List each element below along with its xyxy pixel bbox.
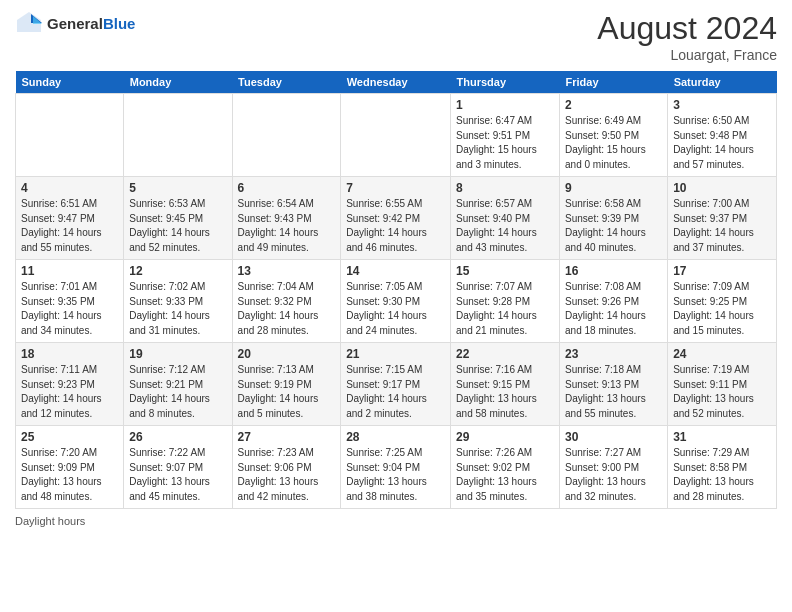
- calendar-header-row: SundayMondayTuesdayWednesdayThursdayFrid…: [16, 71, 777, 94]
- calendar-cell: 2Sunrise: 6:49 AM Sunset: 9:50 PM Daylig…: [560, 94, 668, 177]
- day-info: Sunrise: 7:05 AM Sunset: 9:30 PM Dayligh…: [346, 280, 445, 338]
- day-info: Sunrise: 7:29 AM Sunset: 8:58 PM Dayligh…: [673, 446, 771, 504]
- calendar-cell: 23Sunrise: 7:18 AM Sunset: 9:13 PM Dayli…: [560, 343, 668, 426]
- calendar-cell: 13Sunrise: 7:04 AM Sunset: 9:32 PM Dayli…: [232, 260, 341, 343]
- calendar-week-5: 25Sunrise: 7:20 AM Sunset: 9:09 PM Dayli…: [16, 426, 777, 509]
- day-number: 19: [129, 347, 226, 361]
- calendar-cell: 22Sunrise: 7:16 AM Sunset: 9:15 PM Dayli…: [451, 343, 560, 426]
- calendar-week-3: 11Sunrise: 7:01 AM Sunset: 9:35 PM Dayli…: [16, 260, 777, 343]
- calendar-cell: [341, 94, 451, 177]
- day-number: 7: [346, 181, 445, 195]
- day-number: 1: [456, 98, 554, 112]
- day-number: 24: [673, 347, 771, 361]
- calendar-cell: 19Sunrise: 7:12 AM Sunset: 9:21 PM Dayli…: [124, 343, 232, 426]
- calendar-header-saturday: Saturday: [668, 71, 777, 94]
- day-number: 8: [456, 181, 554, 195]
- day-number: 10: [673, 181, 771, 195]
- calendar-week-4: 18Sunrise: 7:11 AM Sunset: 9:23 PM Dayli…: [16, 343, 777, 426]
- day-info: Sunrise: 6:57 AM Sunset: 9:40 PM Dayligh…: [456, 197, 554, 255]
- day-info: Sunrise: 6:50 AM Sunset: 9:48 PM Dayligh…: [673, 114, 771, 172]
- location: Louargat, France: [597, 47, 777, 63]
- calendar-cell: 20Sunrise: 7:13 AM Sunset: 9:19 PM Dayli…: [232, 343, 341, 426]
- day-info: Sunrise: 6:53 AM Sunset: 9:45 PM Dayligh…: [129, 197, 226, 255]
- calendar-cell: [124, 94, 232, 177]
- calendar-cell: 24Sunrise: 7:19 AM Sunset: 9:11 PM Dayli…: [668, 343, 777, 426]
- calendar-cell: 26Sunrise: 7:22 AM Sunset: 9:07 PM Dayli…: [124, 426, 232, 509]
- calendar-cell: 14Sunrise: 7:05 AM Sunset: 9:30 PM Dayli…: [341, 260, 451, 343]
- day-number: 4: [21, 181, 118, 195]
- calendar-week-2: 4Sunrise: 6:51 AM Sunset: 9:47 PM Daylig…: [16, 177, 777, 260]
- day-number: 3: [673, 98, 771, 112]
- calendar-header-thursday: Thursday: [451, 71, 560, 94]
- day-number: 9: [565, 181, 662, 195]
- day-number: 20: [238, 347, 336, 361]
- day-info: Sunrise: 7:27 AM Sunset: 9:00 PM Dayligh…: [565, 446, 662, 504]
- calendar-cell: 3Sunrise: 6:50 AM Sunset: 9:48 PM Daylig…: [668, 94, 777, 177]
- day-info: Sunrise: 6:55 AM Sunset: 9:42 PM Dayligh…: [346, 197, 445, 255]
- calendar-cell: 1Sunrise: 6:47 AM Sunset: 9:51 PM Daylig…: [451, 94, 560, 177]
- day-info: Sunrise: 7:16 AM Sunset: 9:15 PM Dayligh…: [456, 363, 554, 421]
- day-info: Sunrise: 7:11 AM Sunset: 9:23 PM Dayligh…: [21, 363, 118, 421]
- day-number: 30: [565, 430, 662, 444]
- calendar: SundayMondayTuesdayWednesdayThursdayFrid…: [15, 71, 777, 509]
- calendar-cell: 27Sunrise: 7:23 AM Sunset: 9:06 PM Dayli…: [232, 426, 341, 509]
- day-number: 23: [565, 347, 662, 361]
- calendar-cell: 5Sunrise: 6:53 AM Sunset: 9:45 PM Daylig…: [124, 177, 232, 260]
- calendar-cell: 25Sunrise: 7:20 AM Sunset: 9:09 PM Dayli…: [16, 426, 124, 509]
- day-number: 13: [238, 264, 336, 278]
- month-title: August 2024: [597, 10, 777, 47]
- day-info: Sunrise: 7:13 AM Sunset: 9:19 PM Dayligh…: [238, 363, 336, 421]
- calendar-cell: 21Sunrise: 7:15 AM Sunset: 9:17 PM Dayli…: [341, 343, 451, 426]
- title-block: August 2024 Louargat, France: [597, 10, 777, 63]
- day-number: 26: [129, 430, 226, 444]
- day-info: Sunrise: 7:20 AM Sunset: 9:09 PM Dayligh…: [21, 446, 118, 504]
- day-info: Sunrise: 7:19 AM Sunset: 9:11 PM Dayligh…: [673, 363, 771, 421]
- day-number: 11: [21, 264, 118, 278]
- day-info: Sunrise: 7:01 AM Sunset: 9:35 PM Dayligh…: [21, 280, 118, 338]
- day-info: Sunrise: 6:51 AM Sunset: 9:47 PM Dayligh…: [21, 197, 118, 255]
- calendar-cell: 9Sunrise: 6:58 AM Sunset: 9:39 PM Daylig…: [560, 177, 668, 260]
- legend: Daylight hours: [15, 515, 777, 527]
- calendar-week-1: 1Sunrise: 6:47 AM Sunset: 9:51 PM Daylig…: [16, 94, 777, 177]
- day-number: 16: [565, 264, 662, 278]
- day-info: Sunrise: 7:22 AM Sunset: 9:07 PM Dayligh…: [129, 446, 226, 504]
- day-number: 6: [238, 181, 336, 195]
- calendar-cell: 12Sunrise: 7:02 AM Sunset: 9:33 PM Dayli…: [124, 260, 232, 343]
- day-number: 17: [673, 264, 771, 278]
- day-info: Sunrise: 7:25 AM Sunset: 9:04 PM Dayligh…: [346, 446, 445, 504]
- day-info: Sunrise: 7:26 AM Sunset: 9:02 PM Dayligh…: [456, 446, 554, 504]
- day-number: 21: [346, 347, 445, 361]
- calendar-cell: 7Sunrise: 6:55 AM Sunset: 9:42 PM Daylig…: [341, 177, 451, 260]
- day-number: 2: [565, 98, 662, 112]
- day-number: 14: [346, 264, 445, 278]
- day-info: Sunrise: 7:00 AM Sunset: 9:37 PM Dayligh…: [673, 197, 771, 255]
- day-number: 15: [456, 264, 554, 278]
- calendar-cell: [232, 94, 341, 177]
- day-info: Sunrise: 7:08 AM Sunset: 9:26 PM Dayligh…: [565, 280, 662, 338]
- day-number: 18: [21, 347, 118, 361]
- calendar-cell: 6Sunrise: 6:54 AM Sunset: 9:43 PM Daylig…: [232, 177, 341, 260]
- day-number: 12: [129, 264, 226, 278]
- day-info: Sunrise: 7:23 AM Sunset: 9:06 PM Dayligh…: [238, 446, 336, 504]
- calendar-header-friday: Friday: [560, 71, 668, 94]
- calendar-cell: 4Sunrise: 6:51 AM Sunset: 9:47 PM Daylig…: [16, 177, 124, 260]
- calendar-cell: 28Sunrise: 7:25 AM Sunset: 9:04 PM Dayli…: [341, 426, 451, 509]
- day-info: Sunrise: 6:58 AM Sunset: 9:39 PM Dayligh…: [565, 197, 662, 255]
- day-info: Sunrise: 7:09 AM Sunset: 9:25 PM Dayligh…: [673, 280, 771, 338]
- day-number: 27: [238, 430, 336, 444]
- logo-text: GeneralBlue: [47, 16, 135, 33]
- logo: GeneralBlue: [15, 10, 135, 38]
- day-info: Sunrise: 6:49 AM Sunset: 9:50 PM Dayligh…: [565, 114, 662, 172]
- logo-icon: [15, 10, 43, 38]
- day-info: Sunrise: 6:54 AM Sunset: 9:43 PM Dayligh…: [238, 197, 336, 255]
- calendar-header-wednesday: Wednesday: [341, 71, 451, 94]
- calendar-cell: 30Sunrise: 7:27 AM Sunset: 9:00 PM Dayli…: [560, 426, 668, 509]
- calendar-cell: 10Sunrise: 7:00 AM Sunset: 9:37 PM Dayli…: [668, 177, 777, 260]
- day-info: Sunrise: 6:47 AM Sunset: 9:51 PM Dayligh…: [456, 114, 554, 172]
- day-info: Sunrise: 7:12 AM Sunset: 9:21 PM Dayligh…: [129, 363, 226, 421]
- day-info: Sunrise: 7:18 AM Sunset: 9:13 PM Dayligh…: [565, 363, 662, 421]
- calendar-cell: 31Sunrise: 7:29 AM Sunset: 8:58 PM Dayli…: [668, 426, 777, 509]
- day-number: 25: [21, 430, 118, 444]
- calendar-cell: [16, 94, 124, 177]
- calendar-header-sunday: Sunday: [16, 71, 124, 94]
